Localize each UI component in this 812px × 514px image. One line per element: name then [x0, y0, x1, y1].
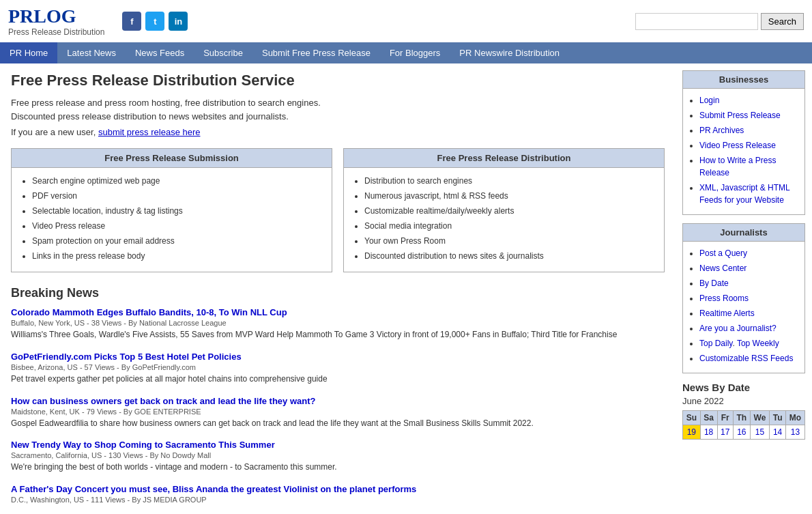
cal-header-mo: Mo	[786, 411, 805, 425]
news-headline[interactable]: How can business owners get back on trac…	[11, 396, 665, 406]
journalists-content: Post a Query News Center By Date Press R…	[683, 242, 804, 373]
distribution-list: Distribution to search engines Numerous …	[364, 175, 654, 262]
cal-header-we: We	[750, 411, 769, 425]
breaking-news-title: Breaking News	[11, 286, 665, 300]
list-item: Distribution to search engines	[364, 175, 654, 187]
news-headline[interactable]: New Trendy Way to Shop Coming to Sacrame…	[11, 440, 665, 450]
press-rooms-link[interactable]: Press Rooms	[699, 294, 749, 303]
search-input[interactable]	[635, 13, 758, 30]
cal-header-th: Th	[733, 411, 750, 425]
logo-area: PRLOG Press Release Distribution	[8, 5, 104, 37]
submission-list: Search engine optimized web page PDF ver…	[32, 175, 322, 262]
list-item: XML, Javascript & HTML Feeds for your We…	[699, 182, 798, 206]
list-item: Realtime Alerts	[699, 307, 798, 319]
how-to-write-link[interactable]: How to Write a Press Release	[699, 156, 776, 177]
cal-date-19: 19	[683, 425, 701, 440]
cal-date-link-13[interactable]: 13	[791, 427, 800, 437]
linkedin-icon[interactable]: in	[169, 12, 188, 31]
rss-feeds-link[interactable]: Customizable RSS Feeds	[699, 354, 793, 363]
cal-date-link-17[interactable]: 17	[721, 427, 729, 437]
list-item: Search engine optimized web page	[32, 175, 322, 187]
cal-date-link-18[interactable]: 18	[704, 427, 713, 437]
news-meta: Maidstone, Kent, UK - 79 Views - By GOE …	[11, 408, 665, 416]
news-summary: Williams's Three Goals, Wardle's Five As…	[11, 329, 665, 341]
businesses-content: Login Submit Press Release PR Archives V…	[683, 89, 804, 214]
video-press-release-link[interactable]: Video Press Release	[699, 141, 776, 150]
news-meta: D.C., Washington, US - 111 Views - By JS…	[11, 496, 665, 504]
news-by-date-title: News By Date	[682, 382, 805, 393]
news-item: How can business owners get back on trac…	[11, 396, 665, 429]
list-item: Login	[699, 94, 798, 106]
news-item: A Father's Day Concert you must see, Bli…	[11, 484, 665, 504]
cal-date-link-14[interactable]: 14	[773, 427, 782, 437]
header: PRLOG Press Release Distribution f t in …	[0, 0, 812, 42]
news-summary: We're bringing the best of both worlds -…	[11, 461, 665, 473]
are-you-journalist-link[interactable]: Are you a Journalist?	[699, 324, 777, 333]
businesses-title: Businesses	[683, 71, 804, 89]
news-by-date-section: News By Date June 2022 Su Sa Fr Th We Tu…	[682, 382, 805, 440]
list-item: By Date	[699, 277, 798, 289]
facebook-icon[interactable]: f	[122, 12, 141, 31]
main-nav: PR Home Latest News News Feeds Subscribe…	[0, 42, 812, 63]
list-item: Customizable realtime/daily/weekly alert…	[364, 205, 654, 217]
news-headline[interactable]: GoPetFriendly.com Picks Top 5 Best Hotel…	[11, 352, 665, 362]
news-summary: Pet travel experts gather pet policies a…	[11, 373, 665, 385]
cal-date-link-19[interactable]: 19	[687, 427, 696, 437]
list-item: Submit Press Release	[699, 109, 798, 122]
cal-date-15: 15	[750, 425, 769, 440]
nav-pr-home[interactable]: PR Home	[0, 42, 57, 63]
news-headline[interactable]: A Father's Day Concert you must see, Bli…	[11, 484, 665, 494]
submit-press-release-sb-link[interactable]: Submit Press Release	[699, 111, 781, 120]
twitter-icon[interactable]: t	[145, 12, 164, 31]
cal-date-18: 18	[700, 425, 717, 440]
distribution-box-content: Distribution to search engines Numerous …	[344, 168, 664, 272]
distribution-box: Free Press Release Distribution Distribu…	[343, 148, 665, 272]
list-item: PDF version	[32, 190, 322, 202]
post-query-link[interactable]: Post a Query	[699, 248, 747, 258]
xml-feeds-link[interactable]: XML, Javascript & HTML Feeds for your We…	[699, 183, 789, 205]
list-item: Customizable RSS Feeds	[699, 352, 798, 365]
news-summary: Gospel Eadweardfilia to share how busine…	[11, 418, 665, 429]
list-item: Spam protection on your email address	[32, 235, 322, 247]
list-item: How to Write a Press Release	[699, 154, 798, 179]
news-center-link[interactable]: News Center	[699, 263, 746, 273]
pr-archives-link[interactable]: PR Archives	[699, 126, 744, 135]
by-date-link[interactable]: By Date	[699, 279, 729, 288]
submit-press-release-link[interactable]: submit press release here	[98, 127, 201, 137]
news-item: Colorado Mammoth Edges Buffalo Bandits, …	[11, 307, 665, 341]
new-user-note: If you are a new user, submit press rele…	[11, 127, 665, 137]
calendar-table: Su Sa Fr Th We Tu Mo 19 18 17 16	[682, 410, 805, 440]
cal-header-tu: Tu	[770, 411, 786, 425]
cal-date-17: 17	[717, 425, 733, 440]
login-link[interactable]: Login	[699, 96, 719, 105]
realtime-alerts-link[interactable]: Realtime Alerts	[699, 309, 755, 318]
list-item: Your own Press Room	[364, 235, 654, 247]
list-item: Discounted distribution to news sites & …	[364, 250, 654, 262]
submission-box-content: Search engine optimized web page PDF ver…	[12, 168, 332, 272]
distribution-box-title: Free Press Release Distribution	[344, 149, 664, 168]
list-item: Top Daily. Top Weekly	[699, 337, 798, 349]
description: Free press release and press room hostin…	[11, 96, 665, 123]
nav-submit-press-release[interactable]: Submit Free Press Release	[252, 42, 380, 63]
cal-date-link-15[interactable]: 15	[755, 427, 764, 437]
journalists-title: Journalists	[683, 224, 804, 242]
list-item: Links in the press release body	[32, 250, 322, 262]
top-daily-link[interactable]: Top Daily	[699, 339, 732, 348]
nav-news-feeds[interactable]: News Feeds	[126, 42, 194, 63]
cal-date-14: 14	[770, 425, 786, 440]
nav-pr-newswire[interactable]: PR Newswire Distribution	[450, 42, 569, 63]
nav-subscribe[interactable]: Subscribe	[194, 42, 252, 63]
news-meta: Buffalo, New York, US - 38 Views - By Na…	[11, 319, 665, 327]
top-weekly-link[interactable]: Top Weekly	[737, 339, 779, 348]
search-button[interactable]: Search	[761, 13, 804, 30]
nav-for-bloggers[interactable]: For Bloggers	[380, 42, 450, 63]
cal-header-su: Su	[683, 411, 701, 425]
logo-text[interactable]: PRLOG	[8, 5, 104, 27]
news-headline[interactable]: Colorado Mammoth Edges Buffalo Bandits, …	[11, 307, 665, 317]
page-title: Free Press Release Distribution Service	[11, 72, 665, 89]
nav-latest-news[interactable]: Latest News	[57, 42, 126, 63]
list-item: Press Rooms	[699, 292, 798, 304]
list-item: Numerous javascript, html & RSS feeds	[364, 190, 654, 202]
businesses-box: Businesses Login Submit Press Release PR…	[682, 70, 805, 215]
cal-date-link-16[interactable]: 16	[737, 427, 746, 437]
